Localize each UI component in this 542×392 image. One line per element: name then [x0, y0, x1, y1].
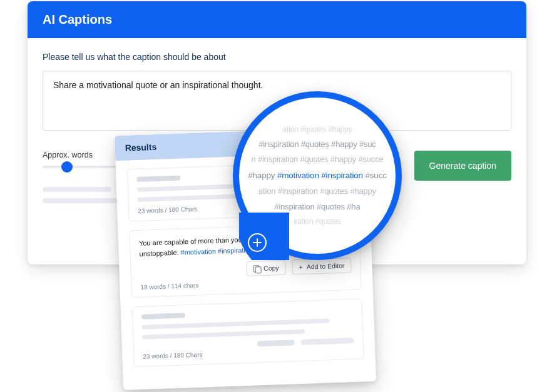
card-title: AI Captions [43, 13, 112, 26]
approx-words-label: Approx. words [43, 151, 124, 159]
placeholder-line [43, 187, 111, 192]
generate-caption-button[interactable]: Generate caption [414, 151, 511, 181]
magnifier-line: iration #quotes [294, 214, 341, 229]
magnifier-text: #happy [248, 171, 277, 180]
placeholder-line [43, 198, 118, 203]
add-to-editor-button[interactable]: + Add to Editor [292, 258, 352, 274]
placeholder-line [142, 329, 305, 339]
copy-button[interactable]: Copy [246, 260, 286, 276]
magnifier-line: ation #inspiration #quotes #happy [258, 184, 376, 199]
result-actions: Copy + Add to Editor [140, 258, 352, 280]
placeholder-lines [43, 187, 124, 203]
approx-words-control: Approx. words [43, 151, 124, 209]
magnifier-line: ation #quotes #happy [283, 123, 352, 137]
placeholder-pill [301, 338, 354, 345]
placeholder-line [142, 318, 330, 329]
result-text-part: unstoppable. [139, 248, 180, 257]
result-card: 23 words / 180 Chars [132, 299, 364, 368]
placeholder-line [141, 313, 185, 319]
result-hashtags: #motivation #inspiration [180, 246, 253, 256]
magnifier-highlight: #motivation #inspiration [277, 171, 363, 180]
magnifier-add-button[interactable] [248, 233, 267, 252]
magnifier-text: #succ [363, 171, 387, 180]
add-label: Add to Editor [307, 261, 345, 270]
magnifier-line: #inspiration #quotes #happy #suc [258, 137, 376, 153]
card-header: AI Captions [28, 1, 526, 38]
magnifier-focus-line: #happy #motivation #inspiration #succ [248, 168, 387, 184]
plus-icon: + [299, 263, 303, 271]
prompt-label: Please tell us what the caption should b… [43, 52, 511, 62]
placeholder-pill [257, 339, 295, 346]
copy-icon [253, 265, 260, 272]
copy-label: Copy [263, 264, 279, 272]
words-slider[interactable] [43, 166, 118, 168]
placeholder-line [136, 176, 180, 182]
words-slider-thumb[interactable] [61, 161, 73, 173]
magnifier-line: n #inspiration #quotes #happy #succe [251, 152, 383, 168]
